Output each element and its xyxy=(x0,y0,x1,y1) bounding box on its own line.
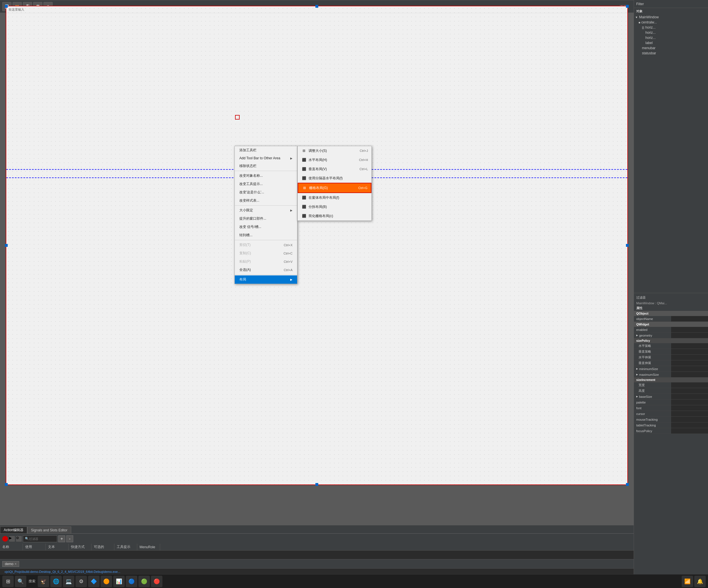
handle-top-left[interactable] xyxy=(5,5,8,8)
canvas-input-placeholder[interactable]: 在这里输入 xyxy=(8,7,24,12)
prop-val-basesize[interactable] xyxy=(671,394,708,399)
search-button[interactable]: 🔍 xyxy=(15,576,26,587)
taskbar-icon-2[interactable]: 🌐 xyxy=(50,576,62,587)
design-canvas[interactable]: 在这里输入 Hello World xyxy=(6,6,628,485)
taskbar-icon-5[interactable]: 🔷 xyxy=(88,576,99,587)
taskbar-icon-8[interactable]: 🔵 xyxy=(126,576,137,587)
taskbar-icon-4[interactable]: ⚙ xyxy=(76,576,87,587)
prop-val-height[interactable] xyxy=(671,388,708,393)
menu-goto-slot[interactable]: 转到槽... xyxy=(235,231,297,239)
demo-chip[interactable]: demo × xyxy=(2,561,19,567)
handle-bottom-left[interactable] xyxy=(5,483,8,486)
handle-top-right[interactable] xyxy=(626,5,629,8)
handle-mid-right[interactable] xyxy=(626,244,629,247)
prop-val-maxsize[interactable] xyxy=(671,372,708,377)
taskbar-icon-6[interactable]: 🟠 xyxy=(101,576,112,587)
start-button[interactable]: ⊞ xyxy=(2,576,14,587)
grid-icon: ⊞ xyxy=(302,185,307,191)
handle-mid-left[interactable] xyxy=(5,244,8,247)
col-menurole: MenuRole xyxy=(137,544,160,550)
menu-change-tooltip[interactable]: 改变工具提示... xyxy=(235,180,297,188)
prop-val-geometry[interactable] xyxy=(671,333,708,338)
prop-name-enabled: enabled xyxy=(634,327,671,332)
prop-val-tablettracking[interactable] xyxy=(671,422,708,428)
tree-item-label[interactable]: label xyxy=(634,40,708,46)
tab-bar: Action编辑器 Signals and Slots Editor xyxy=(0,525,633,533)
filter-search: 🔍 xyxy=(23,535,57,542)
kbd-select-all: Ctrl+A xyxy=(284,268,293,272)
handle-top-center[interactable] xyxy=(316,5,318,8)
taskbar-icon-sys2[interactable]: 🔔 xyxy=(694,576,706,587)
menu-select-all[interactable]: 全选(A) Ctrl+A xyxy=(235,266,297,274)
submenu-hsplitter[interactable]: ⬛ 使用分隔器水平布局(f) xyxy=(298,174,372,183)
prop-name-height: 高度 xyxy=(634,388,671,393)
tree-item-horiz2[interactable]: horiz... xyxy=(634,30,708,35)
prop-name-tablettracking: tabletTracking xyxy=(634,422,671,428)
menu-copy[interactable]: 复制(C) Ctrl+C xyxy=(235,249,297,257)
menu-change-objectname[interactable]: 改变对象名称... xyxy=(235,172,297,180)
stop-button[interactable] xyxy=(2,536,8,542)
demo-tab-close[interactable]: × xyxy=(14,562,17,566)
menu-change-stylesheet[interactable]: 改变样式表... xyxy=(235,197,297,205)
prop-val-palette[interactable] xyxy=(671,400,708,405)
col-optional: 可选的 xyxy=(91,544,114,550)
taskbar-icon-sys1[interactable]: 📶 xyxy=(682,576,693,587)
prop-val-enabled[interactable] xyxy=(671,327,708,332)
handle-bottom-right[interactable] xyxy=(626,483,629,486)
menu-change-whatsthis[interactable]: 改变'这是什么'... xyxy=(235,188,297,197)
tree-label-centralw: centralw... xyxy=(641,20,657,24)
object-tree: ▼ MainWindow ■ centralw... ||| horiz... … xyxy=(634,14,708,292)
menu-change-signals[interactable]: 改变 信号/槽... xyxy=(235,223,297,231)
menu-remove-statusbar[interactable]: 移除状态栏 xyxy=(235,162,297,170)
tree-item-horiz3[interactable]: horiz... xyxy=(634,35,708,40)
tree-item-mainwindow[interactable]: ▼ MainWindow xyxy=(634,14,708,20)
menu-promote-widget[interactable]: 提升的窗口部件... xyxy=(235,214,297,223)
demo-tab-label: demo xyxy=(5,562,13,566)
prop-val-objectname[interactable] xyxy=(671,316,708,321)
menu-add-toolbar[interactable]: 添加工具栏 xyxy=(235,146,297,154)
taskbar-icon-7[interactable]: 📊 xyxy=(113,576,125,587)
hlayout-icon: ⬛ xyxy=(301,157,307,163)
prop-name-cursor: cursor xyxy=(634,411,671,416)
settings-small-button[interactable]: ⚙ xyxy=(16,536,22,542)
prop-val-vpolicy[interactable] xyxy=(671,349,708,354)
prop-val-hpolicy[interactable] xyxy=(671,343,708,349)
add-action-button[interactable]: + xyxy=(58,535,65,542)
play-button[interactable]: ▶ xyxy=(9,536,15,542)
prop-val-font[interactable] xyxy=(671,405,708,411)
tree-item-centralw[interactable]: ■ centralw... xyxy=(634,20,708,25)
prop-val-mousetracking[interactable] xyxy=(671,417,708,422)
tab-action-editor[interactable]: Action编辑器 xyxy=(0,527,27,533)
prop-val-cursor[interactable] xyxy=(671,411,708,416)
submenu-hlayout[interactable]: ⬛ 水平布局(H) Ctrl+H xyxy=(298,155,372,165)
taskbar-icon-1[interactable]: 🦅 xyxy=(38,576,49,587)
submenu-simplegrid[interactable]: ⬛ 简化栅格布局(c) xyxy=(298,211,372,220)
menu-cut[interactable]: 剪切(T) Ctrl+X xyxy=(235,241,297,249)
tab-signals-slots[interactable]: Signals and Slots Editor xyxy=(27,527,71,533)
prop-val-hstretch[interactable] xyxy=(671,355,708,360)
prop-val-minsize[interactable] xyxy=(671,366,708,372)
prop-val-vstretch[interactable] xyxy=(671,360,708,366)
prop-vpolicy: 垂直策略 xyxy=(634,349,708,355)
prop-val-width[interactable] xyxy=(671,382,708,388)
tree-item-statusbar[interactable]: statusbar xyxy=(634,51,708,56)
remove-action-button[interactable]: - xyxy=(66,535,73,542)
handle-bottom-center[interactable] xyxy=(316,483,318,486)
submenu-grid[interactable]: ⊞ 栅格布局(G) Ctrl+G xyxy=(298,183,372,193)
search-input[interactable] xyxy=(29,537,52,540)
menu-layout[interactable]: 布局 ▶ xyxy=(235,275,297,284)
taskbar-icon-3[interactable]: 💻 xyxy=(63,576,75,587)
submenu-resize[interactable]: ⊞ 调整大小(S) Ctrl+J xyxy=(298,146,372,155)
taskbar-icon-10[interactable]: 🔴 xyxy=(151,576,163,587)
menu-paste[interactable]: 粘贴(P) Ctrl+V xyxy=(235,257,297,266)
taskbar-icon-9[interactable]: 🟢 xyxy=(139,576,150,587)
tree-item-menubar[interactable]: menubar xyxy=(634,46,708,51)
prop-val-focuspolicy[interactable] xyxy=(671,428,708,434)
submenu-form[interactable]: ⬛ 在窗体布局中布局(f) xyxy=(298,193,372,202)
submenu-vlayout[interactable]: ⬛ 垂直布局(V) Ctrl+L xyxy=(298,165,372,174)
menu-add-toolbar-other[interactable]: Add Tool Bar to Other Area ▶ xyxy=(235,154,297,162)
submenu-break[interactable]: ⬛ 分拆布局(B) xyxy=(298,202,372,211)
search-label[interactable]: 搜索 xyxy=(27,579,37,584)
menu-size-constraint[interactable]: 大小限定 ▶ xyxy=(235,206,297,214)
tree-item-horiz1[interactable]: ||| horiz... xyxy=(634,25,708,30)
